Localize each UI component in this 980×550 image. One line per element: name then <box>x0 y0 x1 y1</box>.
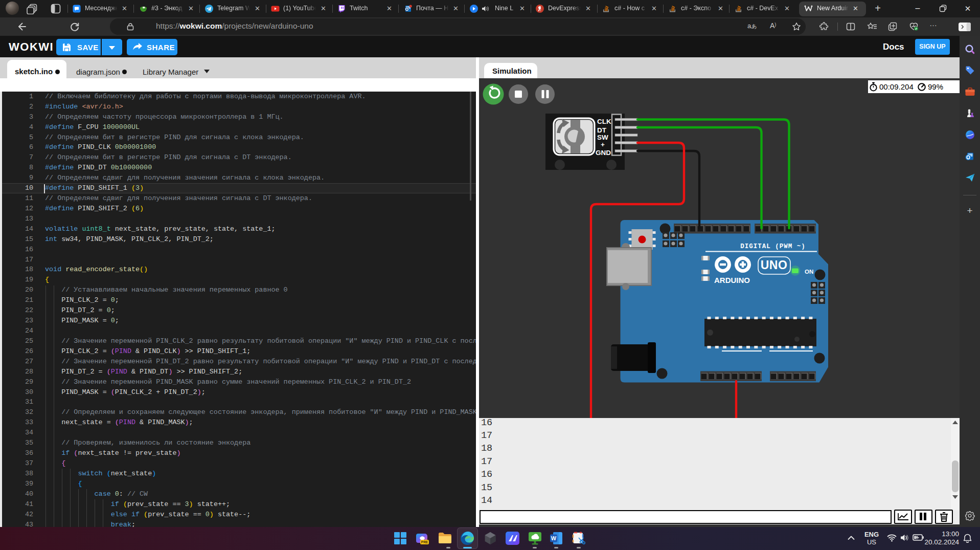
svg-text:00:09.204: 00:09.204 <box>879 82 914 91</box>
svg-text:CLK: CLK <box>597 118 611 125</box>
svg-text:UNO: UNO <box>761 258 788 272</box>
svg-text:ON: ON <box>805 269 813 275</box>
svg-text:99%: 99% <box>928 82 943 91</box>
svg-text:GND: GND <box>596 149 611 157</box>
svg-text:PRE: PRE <box>421 540 428 544</box>
svg-text:ARDUINO: ARDUINO <box>714 276 750 284</box>
svg-text:W: W <box>551 535 557 541</box>
svg-text:DIGITAL (PWM ~): DIGITAL (PWM ~) <box>740 243 806 250</box>
svg-text:DT: DT <box>597 126 607 134</box>
svg-text:+: + <box>601 141 605 148</box>
